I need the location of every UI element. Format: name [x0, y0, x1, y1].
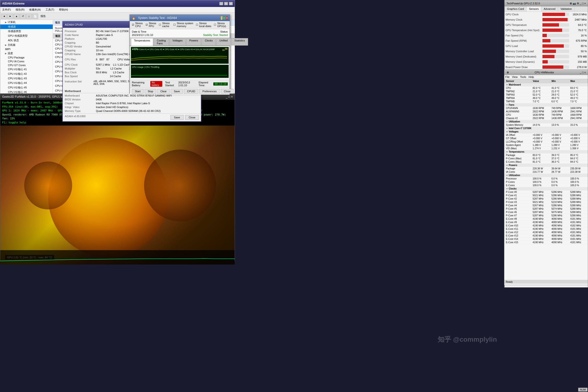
gpuz-controls[interactable]: 🖥 📷 ⚙ _ □ ×	[569, 2, 586, 5]
gpuz-close-x[interactable]: ×	[584, 2, 586, 5]
cpuid-close-button[interactable]: Close	[185, 115, 199, 120]
hwmon-close[interactable]: ×	[584, 71, 586, 74]
toolbar-refresh[interactable]: ↺	[20, 14, 26, 19]
hwmon-row-value: 4190 MHz	[531, 217, 550, 221]
tab-temperatures[interactable]: Temperatures	[131, 38, 153, 46]
hwmon-row-min: 36.0 °C	[550, 160, 569, 164]
toolbar-report[interactable]: 📄	[32, 14, 38, 19]
hwmon-row-min: 4090 MHz	[550, 231, 569, 234]
gpuz-bar-container	[542, 13, 569, 16]
gpuz-icon2[interactable]: 📷	[573, 2, 576, 5]
sst-controls[interactable]: _ □ ×	[221, 16, 228, 20]
hwmon-row-value: 81.0 °C	[531, 160, 550, 164]
sidebar-item-cpu-package[interactable]: CPU Package	[0, 56, 53, 60]
stress-disks-check[interactable]: Stress local disks	[196, 22, 212, 28]
gpuz-tab-advanced[interactable]: Advanced	[541, 6, 558, 12]
tab-clocks[interactable]: Clocks	[202, 38, 216, 46]
hwmon-menu-tools[interactable]: Tools	[520, 76, 526, 78]
tab-unified[interactable]: Unified	[216, 38, 231, 46]
hwmon-row-max: 1668 RPM	[569, 107, 588, 110]
sidebar-item-core2[interactable]: CPU #1/核心 #2	[0, 72, 53, 76]
sst-close-button[interactable]: Close	[221, 89, 234, 94]
cpuid-save-button[interactable]: Save	[170, 115, 184, 120]
hwmon-minimize[interactable]: _	[580, 71, 581, 74]
hwmon-menu-file[interactable]: File	[505, 76, 510, 78]
sidebar-item-core5[interactable]: CPU #1/核心 #5	[0, 85, 53, 90]
tab-cooling-fans[interactable]: Cooling Fans	[154, 38, 169, 46]
gpuz-tab-validation[interactable]: Validation	[558, 6, 574, 12]
hwmon-menu-view[interactable]: View	[512, 76, 518, 78]
hwmon-row-max: 100.0 %	[569, 177, 588, 180]
sidebar-item-core4[interactable]: CPU #1/核心 #4	[0, 81, 53, 85]
gpuz-tab-sensors[interactable]: Sensors	[527, 6, 541, 12]
lbl-vendor: CPUID Vendor	[65, 45, 96, 48]
furmark-maximize[interactable]: □	[228, 95, 230, 98]
menu-help[interactable]: 帮助(H)	[58, 8, 69, 12]
hwmon-row-max: 5288 MHz	[569, 200, 588, 204]
sst-clear-button[interactable]: Clear	[157, 89, 170, 94]
stress-memory-check[interactable]: Stress system memory	[173, 22, 194, 28]
gpuz-maximize[interactable]: □	[582, 2, 584, 5]
sidebar-item-temperature[interactable]: ▶ 温度	[0, 51, 53, 56]
toolbar-back[interactable]: ◄	[1, 14, 7, 19]
furmark-minimize[interactable]: _	[226, 95, 228, 98]
sidebar-item-cpu-ia[interactable]: CPU IA Cores	[0, 60, 53, 63]
stress-fpu-check[interactable]: Stress FPU	[146, 22, 157, 28]
hwmon-row-name: IA Offset	[504, 134, 531, 137]
aida64-window-controls[interactable]: _ □ ×	[219, 2, 233, 5]
gpuz-minimize[interactable]: _	[580, 2, 581, 5]
tab-powers[interactable]: Powers	[186, 38, 201, 46]
maximize-button[interactable]: □	[224, 2, 228, 5]
sidebar-item-impi[interactable]: IMPI	[0, 47, 53, 51]
hwmon-menu-help[interactable]: Help	[528, 76, 534, 78]
sidebar-item-core1[interactable]: CPU #1/核心 #1	[0, 67, 53, 72]
gpuz-icon3[interactable]: ⚙	[577, 2, 579, 5]
sidebar-item-mainboard[interactable]: ▶ 主机板	[0, 43, 53, 47]
sst-save-button[interactable]: Save	[171, 89, 183, 94]
toolbar-home[interactable]: ⌂	[26, 14, 32, 19]
menu-favorites[interactable]: 收藏夹(A)	[28, 8, 42, 12]
sidebar-item-sensors[interactable]: 传感器	[0, 24, 53, 29]
toolbar-report-label[interactable]: 报告	[41, 14, 46, 18]
minimize-button[interactable]: _	[219, 2, 223, 5]
menu-tools[interactable]: 工具(T)	[45, 8, 55, 12]
hwmon-row-value: 216.77 W	[531, 170, 550, 174]
sst-close[interactable]: ×	[226, 16, 228, 20]
sst-minimize[interactable]: _	[221, 16, 222, 20]
usage-chart-svg: CPU Usage | CPU Throttling	[131, 65, 228, 78]
hwmon-maximize[interactable]: □	[582, 71, 584, 74]
sidebar-item-adl[interactable]: ADL 状态	[0, 38, 53, 43]
sst-preferences-button[interactable]: Preferences	[199, 89, 220, 94]
sidebar-item-sensor-type[interactable]: 传感器类型	[0, 29, 53, 34]
gpuz-tab-graphics[interactable]: Graphics Card	[504, 6, 527, 12]
close-button[interactable]: ×	[229, 2, 233, 5]
hwmon-row-max: 5288 MHz	[569, 190, 588, 194]
hwmon-row-max: 2941 RPM	[569, 110, 588, 113]
sst-start-button[interactable]: Start	[132, 89, 144, 94]
stress-cpu-check[interactable]: Stress CPU	[132, 22, 144, 28]
stress-gpus-check[interactable]: Stress GPU(s)	[214, 22, 228, 28]
sst-maximize[interactable]: □	[223, 16, 225, 20]
stress-cache-check[interactable]: Stress cache	[159, 22, 171, 28]
sidebar-item-computer[interactable]: ▶ 计算机	[0, 20, 53, 24]
sidebar-item-core3[interactable]: CPU #1/核心 #3	[0, 76, 53, 81]
furmark-close[interactable]: ×	[231, 95, 233, 98]
stress-disks-label: Stress local disks	[199, 22, 212, 28]
hwmon-section-header: ▼ Intel Core i7 13700K	[504, 127, 588, 130]
gpuz-icon1[interactable]: 🖥	[569, 2, 572, 5]
sst-cpuid-button[interactable]: CPUID	[184, 89, 198, 94]
hwmon-row-name: AUXFANIN0	[504, 110, 531, 113]
sidebar-item-cpu-gt[interactable]: CPU GT Cores	[0, 63, 53, 67]
menu-report[interactable]: 报告(R)	[15, 8, 26, 12]
furmark-controls[interactable]: _ □ ×	[226, 95, 233, 98]
hwmon-controls[interactable]: _ □ ×	[580, 71, 586, 74]
menu-file[interactable]: 文件(F)	[1, 8, 12, 12]
toolbar-forward[interactable]: ►	[8, 14, 13, 19]
tab-voltages[interactable]: Voltages	[170, 38, 186, 46]
hwmon-data-row: E-Core #11 4190 MHz 4090 MHz 4191 MHz	[504, 228, 588, 231]
sidebar-item-gpu-sensor-type[interactable]: GPU 传感器类型	[0, 34, 53, 38]
tab-statistics[interactable]: Statistics	[231, 38, 248, 46]
toolbar-up[interactable]: ▲	[14, 14, 20, 19]
cpuid-title: AIDA64 CPUID	[65, 23, 83, 26]
sst-stop-button[interactable]: Stop	[145, 89, 156, 94]
